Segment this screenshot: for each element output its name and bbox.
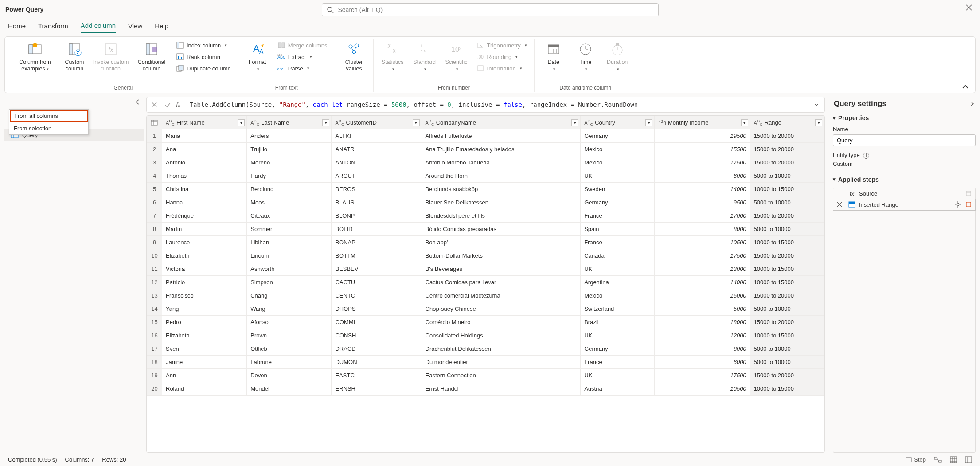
statistics-button[interactable]: ΣX Statistics▾ (378, 39, 407, 74)
grid-cell[interactable]: Alfreds Futterkiste (422, 129, 581, 143)
grid-cell[interactable]: 8000 (655, 223, 750, 236)
row-number[interactable]: 6 (147, 196, 162, 209)
grid-cell[interactable]: 10000 to 15000 (750, 262, 824, 276)
column-header[interactable]: ABC CompanyName▾ (422, 116, 581, 129)
grid-cell[interactable]: Germany (581, 196, 655, 209)
grid-cell[interactable]: Elizabeth (162, 249, 247, 262)
grid-cell[interactable]: UK (581, 262, 655, 276)
grid-cell[interactable]: UK (581, 169, 655, 183)
grid-cell[interactable]: Laurence (162, 236, 247, 249)
grid-cell[interactable]: BONAP (332, 236, 422, 249)
grid-cell[interactable]: 18000 (655, 316, 750, 329)
grid-cell[interactable]: 5000 to 10000 (750, 342, 824, 356)
row-number[interactable]: 13 (147, 289, 162, 302)
search-box[interactable] (322, 3, 659, 16)
grid-cell[interactable]: BOLID (332, 223, 422, 236)
custom-column-button[interactable]: Custom column (60, 39, 89, 74)
grid-cell[interactable]: Ann (162, 369, 247, 382)
grid-cell[interactable]: Comércio Mineiro (422, 316, 581, 329)
grid-cell[interactable]: Hanna (162, 196, 247, 209)
row-number[interactable]: 9 (147, 236, 162, 249)
column-header[interactable]: 123 Monthly Income▾ (655, 116, 750, 129)
grid-cell[interactable]: 15000 to 20000 (750, 209, 824, 223)
tab-add-column[interactable]: Add column (81, 22, 116, 33)
grid-cell[interactable]: 15000 to 20000 (750, 156, 824, 169)
ribbon-collapse-button[interactable] (962, 85, 969, 89)
grid-cell[interactable]: BESBEV (332, 262, 422, 276)
grid-cell[interactable]: BLONP (332, 209, 422, 223)
row-number[interactable]: 16 (147, 329, 162, 342)
grid-cell[interactable]: 15000 to 20000 (750, 249, 824, 262)
grid-cell[interactable]: Centro comercial Moctezuma (422, 289, 581, 302)
grid-cell[interactable]: Ottlieb (247, 342, 332, 356)
row-number[interactable]: 8 (147, 223, 162, 236)
applied-steps-toggle[interactable]: ▾ Applied steps (833, 174, 976, 185)
rounding-button[interactable]: .00 Rounding▾ (474, 52, 530, 62)
layout-view-button[interactable] (965, 456, 972, 463)
grid-cell[interactable]: Canada (581, 249, 655, 262)
grid-cell[interactable]: 5000 to 10000 (750, 223, 824, 236)
tab-view[interactable]: View (128, 22, 142, 32)
grid-cell[interactable]: 9500 (655, 196, 750, 209)
row-number[interactable]: 10 (147, 249, 162, 262)
grid-cell[interactable]: DHOPS (332, 302, 422, 316)
time-button[interactable]: Time▾ (571, 39, 600, 74)
grid-cell[interactable]: Bon app' (422, 236, 581, 249)
row-number[interactable]: 3 (147, 156, 162, 169)
grid-cell[interactable]: France (581, 356, 655, 369)
row-number[interactable]: 11 (147, 262, 162, 276)
grid-cell[interactable]: Libihan (247, 236, 332, 249)
step-button[interactable]: Step (905, 456, 926, 463)
tab-help[interactable]: Help (155, 22, 168, 32)
grid-cell[interactable]: Germany (581, 129, 655, 143)
grid-cell[interactable]: BERGS (332, 183, 422, 196)
search-input[interactable] (337, 6, 654, 14)
grid-cell[interactable]: Germany (581, 342, 655, 356)
grid-cell[interactable]: ANTON (332, 156, 422, 169)
extract-button[interactable]: ABC123 Extract▾ (275, 52, 330, 62)
grid-cell[interactable]: Brazil (581, 316, 655, 329)
properties-section-toggle[interactable]: ▾ Properties (833, 113, 976, 123)
grid-cell[interactable]: Moreno (247, 156, 332, 169)
grid-cell[interactable]: Citeaux (247, 209, 332, 223)
row-number[interactable]: 4 (147, 169, 162, 183)
grid-cell[interactable]: Eastern Connection (422, 369, 581, 382)
grid-cell[interactable]: Cactus Comidas para llevar (422, 276, 581, 289)
grid-cell[interactable]: Blauer See Delikatessen (422, 196, 581, 209)
grid-cell[interactable]: Martin (162, 223, 247, 236)
grid-cell[interactable]: 10500 (655, 236, 750, 249)
grid-cell[interactable]: Labrune (247, 356, 332, 369)
formula-cancel-button[interactable] (149, 100, 159, 110)
grid-cell[interactable]: UK (581, 369, 655, 382)
grid-cell[interactable]: Thomas (162, 169, 247, 183)
rank-column-button[interactable]: Rank column (173, 52, 234, 62)
grid-cell[interactable]: 15500 (655, 143, 750, 156)
grid-cell[interactable]: Pedro (162, 316, 247, 329)
grid-cell[interactable]: 17500 (655, 249, 750, 262)
grid-cell[interactable]: 10000 to 15000 (750, 329, 824, 342)
row-number[interactable]: 18 (147, 356, 162, 369)
grid-cell[interactable]: Blondesddsl pére et fils (422, 209, 581, 223)
grid-cell[interactable]: CONSH (332, 329, 422, 342)
grid-cell[interactable]: 5000 to 10000 (750, 302, 824, 316)
grid-cell[interactable]: 14000 (655, 276, 750, 289)
merge-columns-button[interactable]: Merge columns (275, 40, 330, 50)
grid-cell[interactable]: B's Beverages (422, 262, 581, 276)
from-all-columns-item[interactable]: From all columns (10, 110, 88, 122)
formula-text[interactable]: Table.AddColumn(Source, "Range", each le… (190, 101, 808, 108)
column-header[interactable]: ABC Last Name▾ (247, 116, 332, 129)
row-number[interactable]: 17 (147, 342, 162, 356)
grid-cell[interactable]: Janine (162, 356, 247, 369)
grid-cell[interactable]: 10000 to 15000 (750, 236, 824, 249)
expand-settings-button[interactable] (969, 101, 975, 106)
column-from-examples-button[interactable]: Column from examples▾ (13, 39, 57, 74)
grid-cell[interactable]: 5000 to 10000 (750, 356, 824, 369)
grid-cell[interactable]: Moos (247, 196, 332, 209)
grid-cell[interactable]: Ashworth (247, 262, 332, 276)
grid-cell[interactable]: Anders (247, 129, 332, 143)
grid-cell[interactable]: 8000 (655, 342, 750, 356)
grid-cell[interactable]: Du monde entier (422, 356, 581, 369)
invoke-custom-function-button[interactable]: fx Invoke custom function (92, 39, 130, 74)
format-button[interactable]: AA Format▾ (243, 39, 272, 74)
diagram-view-button[interactable] (934, 456, 942, 463)
